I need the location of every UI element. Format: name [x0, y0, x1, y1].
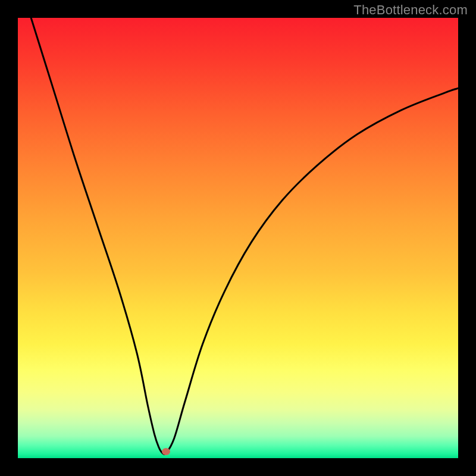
chart-frame: TheBottleneck.com: [0, 0, 476, 476]
bottleneck-marker-dot: [162, 448, 170, 455]
watermark-text: TheBottleneck.com: [353, 2, 468, 18]
plot-area: [18, 18, 458, 458]
bottleneck-curve: [18, 18, 458, 458]
